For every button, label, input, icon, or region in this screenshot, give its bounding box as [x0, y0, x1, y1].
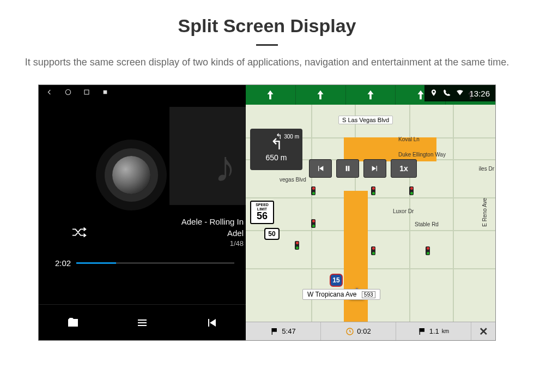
shuffle-button[interactable]	[71, 226, 88, 241]
title-underline	[256, 44, 278, 46]
street-label: S Las Vegas Blvd	[338, 116, 393, 124]
traffic-light-icon	[311, 219, 315, 228]
street-label: Stable Rd	[415, 221, 439, 227]
svg-rect-4	[272, 328, 272, 335]
street-label: Luxor Dr	[393, 208, 414, 214]
playlist-button[interactable]	[108, 305, 177, 340]
traffic-light-icon	[371, 186, 375, 195]
street-label: iles Dr	[479, 166, 494, 172]
recent-icon[interactable]	[82, 88, 91, 99]
map-media-controls: 1x	[309, 159, 417, 178]
home-icon[interactable]	[64, 88, 72, 99]
route-highlight	[344, 137, 436, 161]
player-body: ♪ Adele - Rolling In Adel 1/48 2:02	[39, 101, 246, 304]
flag-icon	[418, 327, 427, 336]
traffic-light-icon	[426, 246, 430, 255]
screenshot-icon[interactable]	[101, 88, 110, 99]
current-street: W Tropicana Ave 593	[302, 289, 380, 300]
traffic-light-icon	[295, 241, 299, 250]
current-street-name: W Tropicana Ave	[307, 291, 357, 298]
location-icon	[430, 89, 438, 98]
remaining-time-value: 0:02	[357, 327, 371, 335]
turn-distance: 650 m	[266, 153, 287, 162]
speed-limit-value: 56	[251, 211, 273, 221]
browse-button[interactable]	[39, 305, 108, 340]
speed-limit-label: SPEED LIMIT	[251, 203, 273, 211]
svg-rect-1	[84, 90, 89, 94]
traffic-light-icon	[371, 246, 375, 255]
street-label: vegas Blvd	[280, 177, 306, 183]
nav-bottom-bar: 5:47 0:02 1.1 km ✕	[246, 322, 495, 340]
device-frame: ♪ Adele - Rolling In Adel 1/48 2:02	[38, 85, 496, 341]
lane-arrow	[296, 85, 346, 105]
svg-rect-7	[419, 328, 420, 335]
distance-unit: km	[442, 328, 449, 334]
distance-cell[interactable]: 1.1 km	[396, 322, 471, 340]
next-button[interactable]	[363, 159, 386, 178]
android-statusbar-right: 13:26	[424, 85, 495, 101]
page-title: Split Screen Display	[0, 15, 534, 37]
street-label: E Reno Ave	[478, 197, 491, 227]
navigation-panel: 13:26 ↰ 300 m ↰ 650 m	[246, 85, 495, 340]
flag-icon	[270, 327, 279, 336]
previous-track-button[interactable]	[177, 305, 246, 340]
svg-rect-2	[104, 91, 107, 94]
back-icon[interactable]	[45, 88, 54, 99]
player-bottom-bar	[39, 304, 246, 340]
pause-button[interactable]	[336, 159, 359, 178]
progress-fill	[76, 262, 116, 264]
eta-cell[interactable]: 5:47	[246, 322, 321, 340]
android-statusbar-left	[39, 85, 246, 101]
route-highlight	[344, 191, 368, 322]
street-label: Koval Ln	[398, 136, 420, 142]
traffic-light-icon	[311, 186, 315, 195]
jog-dial[interactable]	[112, 156, 150, 194]
current-street-number: 593	[362, 291, 375, 298]
turn-instruction: ↰ 300 m ↰ 650 m	[250, 129, 302, 170]
progress-row: 2:02	[55, 258, 246, 268]
lane-arrow	[346, 85, 396, 105]
page-description: It supports the same screen display of t…	[22, 56, 512, 69]
interstate-shield: 15	[330, 274, 343, 287]
clock-icon	[345, 327, 354, 336]
lane-arrow	[246, 85, 296, 105]
playback-speed-button[interactable]: 1x	[391, 159, 417, 178]
track-metadata: Adele - Rolling In Adel 1/48	[181, 216, 246, 249]
track-title: Adele - Rolling In	[181, 216, 244, 227]
route-shield: 50	[264, 228, 280, 240]
clock-time: 13:26	[469, 89, 490, 98]
map-canvas[interactable]: ↰ 300 m ↰ 650 m 1x SPEED LIMIT 56 50 15 …	[246, 105, 495, 322]
track-artist: Adel	[181, 227, 244, 239]
close-icon: ✕	[479, 325, 488, 338]
remaining-time-cell[interactable]: 0:02	[321, 322, 396, 340]
eta-value: 5:47	[282, 327, 295, 335]
album-art-placeholder: ♪	[169, 107, 246, 205]
traffic-light-icon	[409, 186, 414, 195]
progress-bar[interactable]	[76, 262, 234, 264]
track-counter: 1/48	[181, 239, 244, 249]
speed-limit-sign: SPEED LIMIT 56	[250, 201, 274, 224]
street-label: Duke Ellington Way	[398, 152, 446, 158]
svg-rect-6	[419, 328, 424, 332]
distance-value: 1.1	[429, 327, 439, 335]
next-turn-icon: ↰	[276, 132, 282, 141]
svg-rect-3	[272, 328, 277, 332]
elapsed-time: 2:02	[55, 258, 71, 268]
prev-button[interactable]	[309, 159, 332, 178]
wifi-icon	[456, 89, 464, 98]
music-note-icon: ♪	[214, 145, 236, 189]
close-nav-button[interactable]: ✕	[471, 322, 495, 340]
music-player-panel: ♪ Adele - Rolling In Adel 1/48 2:02	[39, 85, 246, 340]
phone-icon	[443, 89, 451, 98]
next-turn-distance: 300 m	[284, 134, 299, 140]
svg-point-0	[65, 90, 70, 95]
